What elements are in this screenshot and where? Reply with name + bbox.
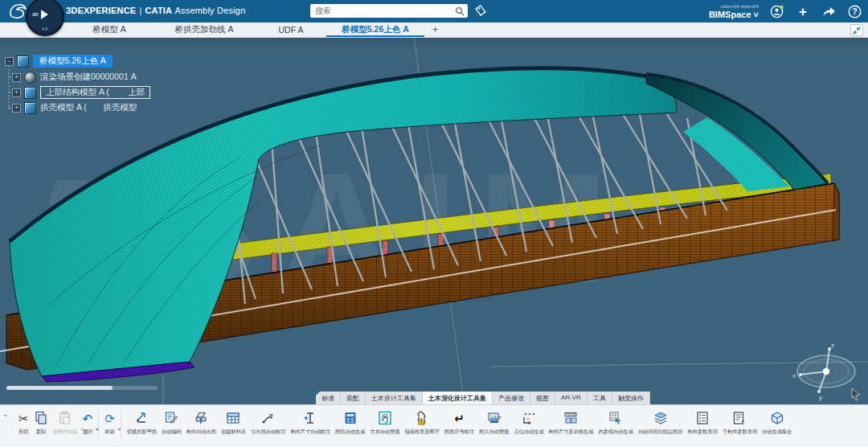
user-menu[interactable]: nbbim04 nbbim04 BIMSpace ˅ <box>709 4 759 19</box>
search-icon[interactable] <box>455 6 465 16</box>
image-pencil-icon <box>487 409 502 427</box>
tab-udf[interactable]: UDF A <box>259 23 323 37</box>
axis-x-label: x <box>792 372 796 379</box>
new-tab-button[interactable]: + <box>428 23 443 37</box>
toggle-projection-plane-button[interactable]: 切换投影平面 <box>125 408 159 437</box>
tree-node-render-scene[interactable]: + 渲染场景创建00000001 A <box>12 71 137 84</box>
undo-button[interactable]: ↶ 撤消 ▾ <box>80 408 96 437</box>
product-node-icon <box>17 55 29 68</box>
plotter-icon <box>194 409 208 427</box>
grid-arrow-icon <box>608 409 623 427</box>
ibeam-dimension-icon <box>303 409 317 427</box>
sort-to-layer-button[interactable]: 自动归类到指定图层 <box>636 408 686 437</box>
tree-node-label[interactable]: 桥模型5.26上色 A <box>33 55 113 68</box>
tree-node-root[interactable]: - 桥模型5.26上色 A <box>5 55 113 68</box>
expand-icon[interactable]: + <box>12 88 21 97</box>
symbol-annotate-button[interactable]: ↵ 图面符号标注 <box>442 408 477 437</box>
refresh-icon: ⟳ <box>104 409 115 427</box>
points-axis-icon <box>522 409 536 427</box>
ribbon-tab-assembly[interactable]: 装配 <box>341 392 366 404</box>
auto-drawing-button[interactable]: 构件自动出图 <box>184 408 219 437</box>
ribbon-tab-view[interactable]: 视图 <box>530 392 555 404</box>
action-toolbar: ⌄ ✂ 剪切 复制 选择性粘贴 ▾ ↶ 撤消 ▾ ⟳ 刷新 ▾ 切换投影平面 <box>0 404 868 447</box>
ribbon-tab-bar: 标准 装配 土木设计工具集 土木深化设计工具集 产品修改 视图 AR-VR 工具… <box>316 392 650 404</box>
toolbar-collapse-icon[interactable]: ⌄ <box>2 410 9 418</box>
auto-generate-set-button[interactable]: 自动生成集合 <box>760 408 794 437</box>
scissors-icon: ✂ <box>18 409 29 427</box>
tab-arch-shell-stiffener[interactable]: 桥拱壳加劲线 A <box>149 23 259 37</box>
document-refresh-icon <box>378 409 392 427</box>
expand-icon[interactable]: + <box>12 73 21 82</box>
ruler-table-icon <box>563 409 578 427</box>
point-auto-generate-button[interactable]: 点位自动生成 <box>511 408 546 437</box>
3d-viewport[interactable]: BAIM <box>0 37 868 404</box>
tree-node-label[interactable]: 拱壳模型 A ( 拱壳模型 <box>40 102 137 113</box>
product-node-icon <box>24 87 36 99</box>
ribbon-tab-touch[interactable]: 触觉操作 <box>612 392 650 404</box>
restore-window-button[interactable] <box>850 24 863 36</box>
create-material-table-button[interactable]: 创建材料表 <box>219 408 248 437</box>
profile-avatar-button[interactable] <box>770 4 784 18</box>
text-auto-replace-button[interactable]: 文本自动替换 <box>367 408 402 437</box>
horizontal-scrollbar[interactable] <box>6 386 158 390</box>
leader-auto-annotate-button[interactable]: 引出线自动标注 <box>248 408 288 437</box>
dimension-leader-icon <box>261 409 276 427</box>
help-button[interactable]: ? <box>847 4 862 18</box>
top-bar: 3D 4.8 3DEXPERIENCE|CATIA Assembly Desig… <box>0 0 868 23</box>
member-dim-auto-annotate-button[interactable]: 构件尺寸自动标注 <box>288 408 333 437</box>
tag-icon[interactable] <box>474 4 488 18</box>
document-tab-bar: 桥模型 A 桥拱壳加劲线 A UDF A 桥模型5.26上色 A + <box>0 23 868 38</box>
refresh-button[interactable]: ⟳ 刷新 ▾ <box>102 408 117 437</box>
ribbon-tab-product-edit[interactable]: 产品修改 <box>493 392 530 404</box>
ribbon-tab-tools[interactable]: 工具 <box>588 392 612 404</box>
dropdown-caret-icon: ▾ <box>96 426 98 432</box>
tree-node-label[interactable]: 上部结构模型 A ( 上部 <box>40 86 150 99</box>
arch-right-curl[interactable] <box>646 74 828 191</box>
list-panel-icon <box>695 409 710 427</box>
tree-node-label[interactable]: 渲染场景创建00000001 A <box>40 72 137 83</box>
expand-icon[interactable]: + <box>12 104 21 113</box>
add-content-button[interactable]: + <box>796 4 810 18</box>
render-scene-icon <box>24 72 36 84</box>
tree-node-arch-shell[interactable]: + 拱壳模型 A ( 拱壳模型 <box>12 101 137 114</box>
template-auto-generate-button[interactable]: 内参模自动生成 <box>596 408 635 437</box>
tree-node-superstructure[interactable]: + 上部结构模型 A ( 上部 <box>12 86 150 99</box>
subpart-parameter-query-button[interactable]: 子构件参数查询 <box>720 408 760 437</box>
clipboard-icon <box>58 409 72 427</box>
ribbon-tab-standard[interactable]: 标准 <box>316 392 341 404</box>
search-input[interactable] <box>310 6 455 15</box>
ribbon-tab-civil-design[interactable]: 土木设计工具集 <box>366 392 423 404</box>
table-icon <box>226 409 240 427</box>
svg-text:!: ! <box>420 419 422 424</box>
search-box[interactable] <box>310 4 468 18</box>
copy-icon <box>34 409 48 427</box>
undo-icon: ↶ <box>83 409 93 427</box>
auto-numbering-button[interactable]: 自动编码 <box>159 408 184 437</box>
compass-play-icon <box>41 10 48 19</box>
ribbon-tab-civil-detail-design[interactable]: 土木深化设计工具集 <box>423 392 493 404</box>
scrollbar-thumb[interactable] <box>6 386 113 390</box>
view-axis-compass[interactable]: z x y <box>792 341 861 402</box>
tab-bridge-model-colored[interactable]: 桥模型5.26上色 A <box>323 23 428 37</box>
paste-special-button[interactable]: 选择性粘贴 ▾ <box>51 408 80 437</box>
collapse-icon[interactable]: - <box>5 57 14 66</box>
document-pencil-icon <box>164 409 178 427</box>
axis-y-label: y <box>819 394 822 401</box>
tab-bridge-model[interactable]: 桥模型 A <box>69 23 149 37</box>
platform-name: BIMSpace <box>709 10 751 19</box>
image-auto-replace-button[interactable]: 图片自动替换 <box>477 408 511 437</box>
copy-button[interactable]: 复制 <box>31 408 51 437</box>
arch-shell[interactable] <box>10 68 677 376</box>
sheet-auto-generate-button[interactable]: 图纸自动生成 <box>333 408 367 437</box>
share-button[interactable] <box>821 4 836 18</box>
cut-button[interactable]: ✂ 剪切 <box>16 408 31 437</box>
link-check-break-button[interactable]: ! 链接检查及断开 <box>402 408 441 437</box>
member-parameter-query-button[interactable]: 构件参数查询 <box>685 408 719 437</box>
axis-z-label: z <box>831 342 834 349</box>
chain-warning-icon: ! <box>415 409 429 427</box>
list-refresh-icon <box>732 409 747 427</box>
dim-table-generate-button[interactable]: 构件尺寸及表格生成 <box>546 408 596 437</box>
return-arrow-icon: ↵ <box>454 409 465 427</box>
blue-sheet-grid-icon <box>343 409 358 427</box>
ribbon-tab-ar-vr[interactable]: AR-VR <box>555 392 588 404</box>
